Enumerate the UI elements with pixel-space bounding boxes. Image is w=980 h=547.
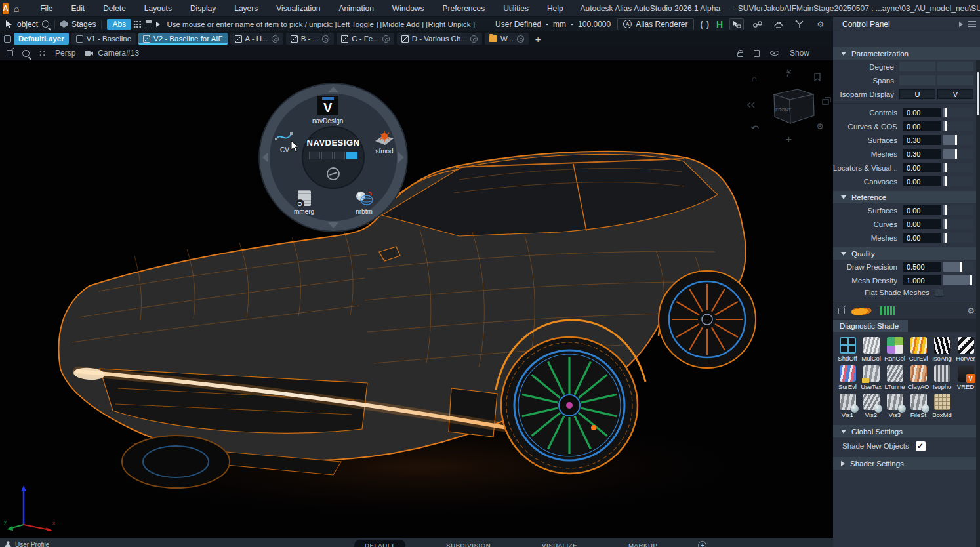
settings-gear-icon[interactable]: ⚙ [813, 18, 828, 30]
bracket-display-icon[interactable]: ( ) [701, 20, 710, 29]
isoparm-u-button[interactable]: U [899, 89, 935, 99]
shader-horver[interactable]: HorVer [954, 337, 977, 362]
bookmark-icon[interactable] [815, 73, 820, 81]
grid-layout-icon[interactable] [133, 20, 142, 28]
magnifier-badge-icon[interactable] [272, 35, 279, 43]
pick-mode-icon[interactable] [729, 18, 744, 30]
add-layer-button[interactable]: + [531, 33, 545, 45]
layer-tab-w[interactable]: W... [485, 33, 529, 45]
shelf-tab-markup[interactable]: MARKUP [618, 540, 668, 547]
shader-vis1[interactable]: Vis1 [836, 394, 859, 418]
ref-meshes-slider[interactable] [943, 233, 973, 243]
section-quality[interactable]: Quality [833, 247, 980, 260]
layers-stack-icon[interactable] [823, 98, 830, 104]
nav-up-arrow-icon[interactable] [328, 87, 338, 92]
menu-display[interactable]: Display [181, 4, 225, 13]
layer-tab-c[interactable]: C - Fe... [337, 33, 394, 45]
menu-utilities[interactable]: Utilities [494, 4, 538, 13]
popout-icon[interactable] [7, 50, 13, 56]
viewport-grid-icon[interactable] [39, 50, 46, 57]
camera-selector[interactable]: Camera#13 [85, 49, 139, 58]
shader-filest[interactable]: FileSt [907, 394, 930, 418]
surfaces-slider[interactable] [943, 135, 973, 145]
panel-play-icon[interactable] [959, 22, 963, 27]
nav-right-arrow-icon[interactable] [398, 152, 404, 163]
previous-views-icon[interactable] [748, 102, 754, 108]
show-menu[interactable]: Show [790, 49, 809, 58]
tab-diagnostic-shade[interactable]: Diagnostic Shade [833, 320, 908, 332]
ref-surfaces-value-field[interactable]: 0.00 [903, 205, 941, 215]
popout-icon[interactable] [838, 308, 845, 314]
shader-mulcol[interactable]: MulCol [859, 337, 883, 362]
panel-layout-icon[interactable] [146, 20, 152, 28]
menu-visualization[interactable]: Visualization [267, 4, 329, 13]
shader-vis2[interactable]: Vis2 [859, 394, 883, 418]
branch-icon[interactable] [792, 18, 807, 30]
curves-cos-slider[interactable] [943, 121, 973, 131]
magnifier-badge-icon[interactable] [382, 35, 390, 43]
layer-tab-d[interactable]: D - Various Ch... [397, 33, 482, 45]
menu-animation[interactable]: Animation [329, 4, 382, 13]
spans-v-field[interactable] [937, 75, 973, 85]
transform-arrows-icon[interactable] [771, 18, 786, 30]
draw-precision-slider[interactable] [943, 262, 973, 272]
controls-value-field[interactable]: 0.00 [903, 108, 941, 117]
viewport-search-icon[interactable] [22, 50, 30, 57]
shader-boxmd[interactable]: BoxMd [930, 394, 954, 418]
ref-curves-value-field[interactable]: 0.00 [903, 219, 941, 229]
degree-v-field[interactable] [937, 62, 973, 71]
controls-slider[interactable] [943, 108, 973, 117]
marking-item-sfmod[interactable]: sfmod [374, 130, 395, 155]
car-wireframe-model[interactable] [0, 60, 833, 538]
link-icon[interactable] [750, 18, 765, 30]
menu-edit[interactable]: Edit [62, 4, 94, 13]
locators-slider[interactable] [943, 163, 973, 172]
curves-cos-value-field[interactable]: 0.00 [903, 121, 941, 131]
stages-button[interactable]: Stages [71, 20, 96, 29]
shader-shdoff[interactable]: ShdOff [836, 337, 859, 362]
marking-item-nrbtm[interactable]: nrbtm [354, 190, 374, 215]
menu-layers[interactable]: Layers [225, 4, 267, 13]
add-shelf-button[interactable]: + [698, 541, 706, 547]
shade-settings-gear-icon[interactable]: ⚙ [967, 306, 975, 315]
panel-scrollbar[interactable] [976, 60, 980, 547]
viewcube-home-icon[interactable]: ⌂ [752, 73, 757, 83]
panel-menu-icon[interactable] [968, 21, 976, 27]
section-shader-settings[interactable]: Shader Settings [833, 457, 980, 470]
section-global-settings[interactable]: Global Settings [833, 425, 980, 437]
abs-toggle[interactable]: Abs [107, 19, 131, 30]
menu-file[interactable]: File [31, 4, 62, 13]
search-icon[interactable] [42, 20, 49, 28]
layer-checkbox-icon[interactable] [4, 35, 11, 43]
draw-precision-value-field[interactable]: 0.500 [903, 262, 941, 272]
nav-down-arrow-icon[interactable] [328, 222, 338, 228]
layer-tab-v1-baseline[interactable]: V1 - Baseline [71, 33, 136, 45]
marking-menu[interactable]: V navDesign CV sfmod mmerg [260, 84, 407, 231]
ref-meshes-value-field[interactable]: 0.00 [903, 233, 941, 243]
renderer-selector[interactable]: A Alias Renderer [617, 18, 693, 30]
degree-u-field[interactable] [899, 62, 935, 71]
menu-layouts[interactable]: Layouts [135, 4, 181, 13]
layer-tab-a[interactable]: A - H... [230, 33, 283, 45]
shader-isopho[interactable]: Isopho [930, 365, 954, 390]
meshes-value-field[interactable]: 0.30 [903, 149, 941, 159]
shader-curevl[interactable]: CurEvl [907, 337, 930, 362]
menu-preferences[interactable]: Preferences [434, 4, 495, 13]
shader-rancol[interactable]: RanCol [883, 337, 907, 362]
shader-isoang[interactable]: IsoAng [930, 337, 954, 362]
mesh-density-slider[interactable] [943, 275, 973, 285]
menu-windows[interactable]: Windows [383, 4, 434, 13]
spans-u-field[interactable] [899, 75, 935, 85]
canvases-slider[interactable] [943, 176, 973, 186]
magnifier-badge-icon[interactable] [470, 35, 478, 43]
layer-tab-v2-baseline-for-aif[interactable]: V2 - Baseline for AIF [138, 33, 227, 45]
menu-delete[interactable]: Delete [94, 4, 135, 13]
viewcube-settings-icon[interactable]: ⚙ [816, 121, 824, 131]
lock-icon[interactable] [737, 52, 743, 57]
view-name[interactable]: Persp [55, 49, 75, 58]
canvases-value-field[interactable]: 0.00 [903, 176, 941, 186]
locators-value-field[interactable]: 0.00 [903, 163, 941, 172]
nav-left-arrow-icon[interactable] [262, 152, 268, 163]
visibility-icon[interactable] [770, 51, 779, 56]
shader-vis3[interactable]: Vis3 [883, 394, 907, 418]
